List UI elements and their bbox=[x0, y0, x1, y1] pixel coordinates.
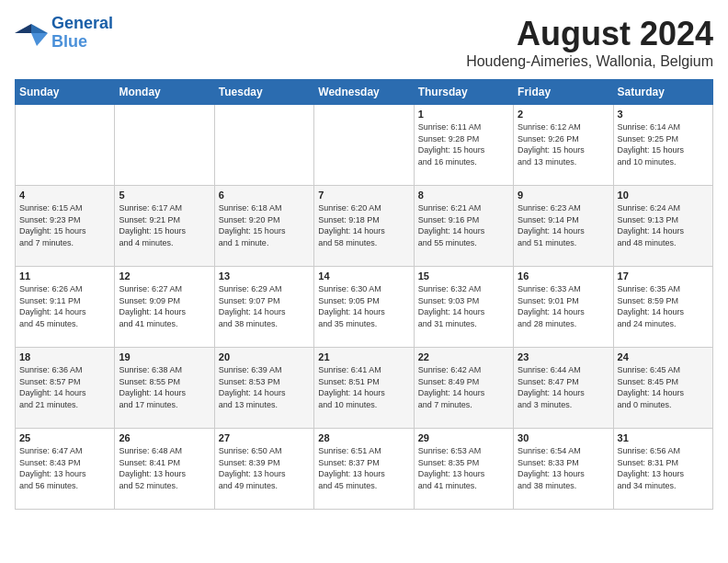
day-number: 28 bbox=[318, 432, 409, 443]
calendar-header-row: SundayMondayTuesdayWednesdayThursdayFrid… bbox=[16, 80, 713, 105]
day-number: 26 bbox=[119, 432, 210, 443]
calendar-week-row: 25Sunrise: 6:47 AM Sunset: 8:43 PM Dayli… bbox=[16, 429, 713, 510]
calendar-cell: 19Sunrise: 6:38 AM Sunset: 8:55 PM Dayli… bbox=[115, 348, 214, 429]
calendar-cell: 26Sunrise: 6:48 AM Sunset: 8:41 PM Dayli… bbox=[115, 429, 214, 510]
calendar-cell: 15Sunrise: 6:32 AM Sunset: 9:03 PM Dayli… bbox=[414, 267, 513, 348]
day-number: 30 bbox=[518, 432, 609, 443]
day-info: Sunrise: 6:48 AM Sunset: 8:41 PM Dayligh… bbox=[119, 445, 210, 491]
calendar-cell: 3Sunrise: 6:14 AM Sunset: 9:25 PM Daylig… bbox=[613, 105, 712, 186]
calendar-cell bbox=[115, 105, 214, 186]
calendar-cell: 24Sunrise: 6:45 AM Sunset: 8:45 PM Dayli… bbox=[613, 348, 712, 429]
day-info: Sunrise: 6:54 AM Sunset: 8:33 PM Dayligh… bbox=[518, 445, 609, 491]
day-info: Sunrise: 6:53 AM Sunset: 8:35 PM Dayligh… bbox=[418, 445, 509, 491]
day-number: 2 bbox=[518, 109, 609, 120]
calendar-cell: 29Sunrise: 6:53 AM Sunset: 8:35 PM Dayli… bbox=[414, 429, 513, 510]
weekday-header-tuesday: Tuesday bbox=[214, 80, 313, 105]
calendar-cell: 18Sunrise: 6:36 AM Sunset: 8:57 PM Dayli… bbox=[16, 348, 115, 429]
calendar-cell: 13Sunrise: 6:29 AM Sunset: 9:07 PM Dayli… bbox=[214, 267, 313, 348]
calendar-cell bbox=[16, 105, 115, 186]
day-info: Sunrise: 6:27 AM Sunset: 9:09 PM Dayligh… bbox=[119, 283, 210, 329]
day-info: Sunrise: 6:21 AM Sunset: 9:16 PM Dayligh… bbox=[418, 202, 509, 248]
calendar-week-row: 4Sunrise: 6:15 AM Sunset: 9:23 PM Daylig… bbox=[16, 186, 713, 267]
calendar-cell: 25Sunrise: 6:47 AM Sunset: 8:43 PM Dayli… bbox=[16, 429, 115, 510]
weekday-header-sunday: Sunday bbox=[16, 80, 115, 105]
day-number: 14 bbox=[318, 270, 409, 282]
svg-marker-0 bbox=[31, 24, 48, 33]
calendar-cell: 9Sunrise: 6:23 AM Sunset: 9:14 PM Daylig… bbox=[514, 186, 613, 267]
day-number: 15 bbox=[418, 270, 509, 282]
calendar-cell bbox=[214, 105, 313, 186]
day-number: 27 bbox=[219, 432, 310, 443]
day-info: Sunrise: 6:39 AM Sunset: 8:53 PM Dayligh… bbox=[219, 364, 310, 410]
calendar-cell: 17Sunrise: 6:35 AM Sunset: 8:59 PM Dayli… bbox=[613, 267, 712, 348]
weekday-header-monday: Monday bbox=[115, 80, 214, 105]
day-number: 31 bbox=[618, 432, 709, 443]
day-number: 13 bbox=[219, 270, 310, 282]
day-number: 23 bbox=[518, 351, 609, 362]
calendar-cell bbox=[314, 105, 414, 186]
day-number: 8 bbox=[418, 190, 509, 201]
weekday-header-wednesday: Wednesday bbox=[314, 80, 414, 105]
calendar-cell: 14Sunrise: 6:30 AM Sunset: 9:05 PM Dayli… bbox=[314, 267, 414, 348]
calendar-week-row: 11Sunrise: 6:26 AM Sunset: 9:11 PM Dayli… bbox=[16, 267, 713, 348]
day-number: 1 bbox=[418, 109, 509, 120]
day-info: Sunrise: 6:23 AM Sunset: 9:14 PM Dayligh… bbox=[518, 202, 609, 248]
day-info: Sunrise: 6:33 AM Sunset: 9:01 PM Dayligh… bbox=[518, 283, 609, 329]
day-info: Sunrise: 6:56 AM Sunset: 8:31 PM Dayligh… bbox=[618, 445, 709, 491]
day-info: Sunrise: 6:47 AM Sunset: 8:43 PM Dayligh… bbox=[19, 445, 110, 491]
calendar-cell: 22Sunrise: 6:42 AM Sunset: 8:49 PM Dayli… bbox=[414, 348, 513, 429]
day-number: 11 bbox=[19, 270, 110, 282]
day-number: 5 bbox=[119, 190, 210, 201]
month-year-title: August 2024 bbox=[466, 15, 713, 53]
logo-text: General Blue bbox=[51, 15, 113, 52]
day-info: Sunrise: 6:29 AM Sunset: 9:07 PM Dayligh… bbox=[219, 283, 310, 329]
day-number: 22 bbox=[418, 351, 509, 362]
day-number: 24 bbox=[618, 351, 709, 362]
calendar-week-row: 1Sunrise: 6:11 AM Sunset: 9:28 PM Daylig… bbox=[16, 105, 713, 186]
page-header: General Blue August 2024 Houdeng-Aimerie… bbox=[15, 15, 713, 70]
weekday-header-thursday: Thursday bbox=[414, 80, 513, 105]
day-info: Sunrise: 6:41 AM Sunset: 8:51 PM Dayligh… bbox=[318, 364, 409, 410]
calendar-cell: 7Sunrise: 6:20 AM Sunset: 9:18 PM Daylig… bbox=[314, 186, 414, 267]
calendar-week-row: 18Sunrise: 6:36 AM Sunset: 8:57 PM Dayli… bbox=[16, 348, 713, 429]
day-number: 17 bbox=[618, 270, 709, 282]
day-info: Sunrise: 6:24 AM Sunset: 9:13 PM Dayligh… bbox=[618, 202, 709, 248]
day-number: 6 bbox=[219, 190, 310, 201]
day-number: 3 bbox=[618, 109, 709, 120]
day-info: Sunrise: 6:50 AM Sunset: 8:39 PM Dayligh… bbox=[219, 445, 310, 491]
calendar-cell: 8Sunrise: 6:21 AM Sunset: 9:16 PM Daylig… bbox=[414, 186, 513, 267]
calendar-cell: 30Sunrise: 6:54 AM Sunset: 8:33 PM Dayli… bbox=[514, 429, 613, 510]
day-info: Sunrise: 6:15 AM Sunset: 9:23 PM Dayligh… bbox=[19, 202, 110, 248]
day-info: Sunrise: 6:14 AM Sunset: 9:25 PM Dayligh… bbox=[618, 121, 709, 167]
day-number: 16 bbox=[518, 270, 609, 282]
day-info: Sunrise: 6:35 AM Sunset: 8:59 PM Dayligh… bbox=[618, 283, 709, 329]
day-number: 25 bbox=[19, 432, 110, 443]
calendar-cell: 27Sunrise: 6:50 AM Sunset: 8:39 PM Dayli… bbox=[214, 429, 313, 510]
day-number: 9 bbox=[518, 190, 609, 201]
day-number: 4 bbox=[19, 190, 110, 201]
day-info: Sunrise: 6:26 AM Sunset: 9:11 PM Dayligh… bbox=[19, 283, 110, 329]
day-number: 10 bbox=[618, 190, 709, 201]
day-info: Sunrise: 6:18 AM Sunset: 9:20 PM Dayligh… bbox=[219, 202, 310, 248]
day-info: Sunrise: 6:12 AM Sunset: 9:26 PM Dayligh… bbox=[518, 121, 609, 167]
logo: General Blue bbox=[15, 15, 113, 52]
day-number: 29 bbox=[418, 432, 509, 443]
calendar-cell: 6Sunrise: 6:18 AM Sunset: 9:20 PM Daylig… bbox=[214, 186, 313, 267]
day-number: 18 bbox=[19, 351, 110, 362]
calendar-cell: 12Sunrise: 6:27 AM Sunset: 9:09 PM Dayli… bbox=[115, 267, 214, 348]
location-subtitle: Houdeng-Aimeries, Wallonia, Belgium bbox=[466, 53, 713, 70]
day-number: 19 bbox=[119, 351, 210, 362]
day-info: Sunrise: 6:36 AM Sunset: 8:57 PM Dayligh… bbox=[19, 364, 110, 410]
calendar-cell: 23Sunrise: 6:44 AM Sunset: 8:47 PM Dayli… bbox=[514, 348, 613, 429]
calendar-cell: 11Sunrise: 6:26 AM Sunset: 9:11 PM Dayli… bbox=[16, 267, 115, 348]
calendar-cell: 20Sunrise: 6:39 AM Sunset: 8:53 PM Dayli… bbox=[214, 348, 313, 429]
weekday-header-saturday: Saturday bbox=[613, 80, 712, 105]
title-block: August 2024 Houdeng-Aimeries, Wallonia, … bbox=[466, 15, 713, 70]
day-info: Sunrise: 6:30 AM Sunset: 9:05 PM Dayligh… bbox=[318, 283, 409, 329]
calendar-cell: 10Sunrise: 6:24 AM Sunset: 9:13 PM Dayli… bbox=[613, 186, 712, 267]
day-info: Sunrise: 6:20 AM Sunset: 9:18 PM Dayligh… bbox=[318, 202, 409, 248]
logo-icon bbox=[15, 20, 48, 46]
day-info: Sunrise: 6:38 AM Sunset: 8:55 PM Dayligh… bbox=[119, 364, 210, 410]
calendar-table: SundayMondayTuesdayWednesdayThursdayFrid… bbox=[15, 79, 713, 510]
calendar-cell: 5Sunrise: 6:17 AM Sunset: 9:21 PM Daylig… bbox=[115, 186, 214, 267]
